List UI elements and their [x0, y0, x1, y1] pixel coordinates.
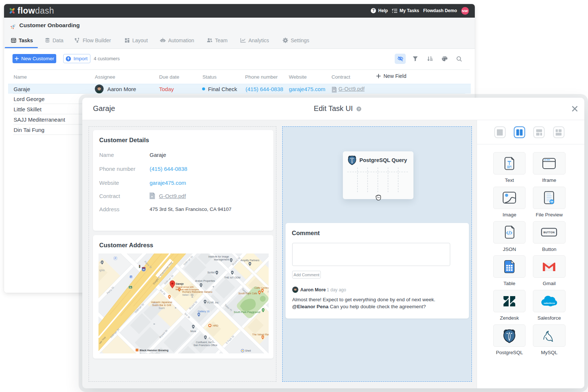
svg-text:Hakashi Japanese: Hakashi Japanese	[151, 301, 172, 304]
svg-text:The Velvet Raven: The Velvet Raven	[252, 333, 269, 336]
svg-text:x: x	[100, 261, 101, 264]
svg-text:Confluent, Inc —: Confluent, Inc —	[196, 341, 215, 344]
svg-text:Amplify Partners: Amplify Partners	[240, 259, 259, 262]
svg-text:BUTTON: BUTTON	[544, 231, 555, 234]
svg-text:Management: Management	[214, 258, 229, 261]
svg-text:More: More	[190, 330, 196, 332]
svg-text:Casual venue with: Casual venue with	[176, 286, 194, 288]
svg-text:Mexican eats & burgers: Mexican eats & burgers	[176, 288, 199, 291]
svg-text:Sushi Bar & Grill: Sushi Bar & Grill	[152, 304, 171, 306]
svg-text:ights: ights	[99, 269, 105, 272]
svg-text:THE IoT ODM: THE IoT ODM	[224, 276, 240, 279]
svg-text:Italian - $$: Italian - $$	[182, 294, 194, 296]
svg-text:FLYR, Inc: FLYR, Inc	[207, 301, 219, 304]
svg-text:Institute for Image: Institute for Image	[208, 255, 229, 258]
svg-text:Brewery on DoorDas: Brewery on DoorDas	[140, 352, 160, 354]
svg-text:Roma's Ristorante Italiano: Roma's Ristorante Italiano	[182, 291, 212, 293]
svg-text:Shell: Shell	[245, 349, 251, 352]
svg-text:80: 80	[143, 269, 145, 271]
svg-text:salesforce: salesforce	[544, 302, 555, 304]
svg-text:Scribd: Scribd	[207, 271, 215, 274]
svg-text:Gallery 16: Gallery 16	[198, 310, 209, 313]
svg-text:San Francisco Office: San Francisco Office	[194, 344, 218, 346]
svg-text:M: M	[130, 276, 132, 278]
svg-text:South Park Playground: South Park Playground	[234, 311, 260, 314]
svg-text:Caffe Centro: Caffe Centro	[254, 287, 269, 289]
svg-text:?: ?	[358, 107, 360, 111]
svg-text:Sushi: Sushi	[159, 307, 165, 309]
svg-text:?: ?	[372, 9, 374, 13]
svg-text:5A: 5A	[129, 287, 132, 288]
svg-text:Garaje: Garaje	[176, 283, 184, 285]
svg-text:P: P	[115, 257, 116, 259]
svg-text:South Park Cafe: South Park Cafe	[239, 292, 257, 295]
svg-text:Black Hammer Brewing: Black Hammer Brewing	[140, 349, 168, 352]
svg-text:Aralon Properties: Aralon Properties	[195, 280, 215, 283]
svg-text:HRD: HRD	[213, 324, 218, 327]
